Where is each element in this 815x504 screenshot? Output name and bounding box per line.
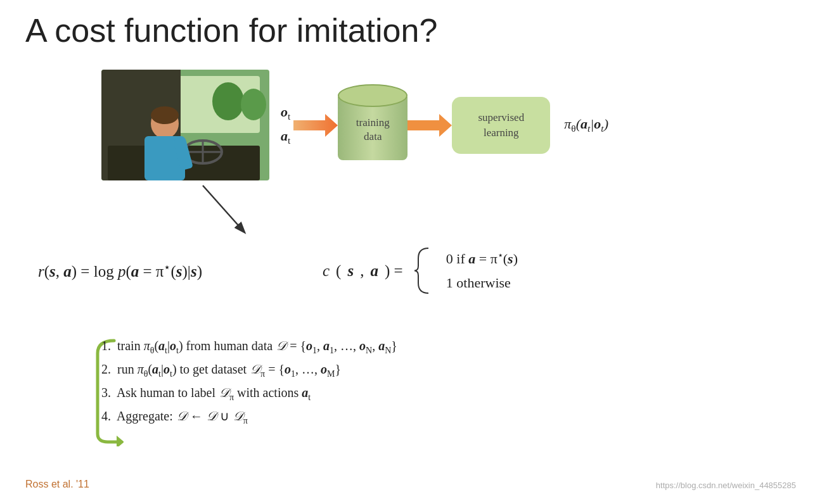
cost-case-2: 1 otherwise [446,271,518,294]
truck-image [101,70,269,180]
svg-point-11 [212,82,244,120]
step-4: 4. Aggregate: 𝒟 ← 𝒟 ∪ 𝒟π [101,406,767,428]
output-formula: πθ(at|ot) [564,116,608,134]
cost-formula: c(s, a) = 0 if a = π⋆(s) 1 otherwise [323,247,518,294]
arrow-diagonal [196,182,253,242]
diagram-area: ot at trainingdata supervisedlear [101,70,608,180]
step-1: 1. train πθ(at|ot) from human data 𝒟 = {… [101,336,767,358]
reward-formula: r(s, a) = log p(a = π⋆(s)|s) [38,261,202,280]
steps-list: 1. train πθ(at|ot) from human data 𝒟 = {… [101,336,767,428]
supervised-learning-box: supervisedlearning [452,97,550,154]
page-title: A cost function for imitation? [25,11,437,49]
formulas-section: r(s, a) = log p(a = π⋆(s)|s) c(s, a) = 0… [32,247,792,294]
step-2: 2. run πθ(at|ot) to get dataset 𝒟π = {o1… [101,359,767,381]
svg-marker-17 [117,436,124,446]
svg-marker-13 [293,114,338,137]
svg-marker-14 [408,114,452,137]
cost-case-1: 0 if a = π⋆(s) [446,247,518,271]
training-data-label: trainingdata [338,116,408,144]
action-label: at [281,128,290,146]
url-reference: https://blog.csdn.net/weixin_44855285 [656,481,796,490]
cost-cases: 0 if a = π⋆(s) 1 otherwise [446,247,518,294]
citation: Ross et al. '11 [25,479,89,490]
arrow-to-training [293,111,338,139]
svg-point-12 [241,89,266,120]
step-3: 3. Ask human to label 𝒟π with actions at [101,382,767,405]
steps-section: 1. train πθ(at|ot) from human data 𝒟 = {… [101,336,767,429]
svg-line-16 [203,186,244,232]
arrow-to-supervised [408,111,452,139]
svg-point-10 [151,106,179,124]
training-data-cylinder: trainingdata [338,84,408,167]
obs-label: ot [281,104,290,122]
observation-labels: ot at [281,104,290,146]
